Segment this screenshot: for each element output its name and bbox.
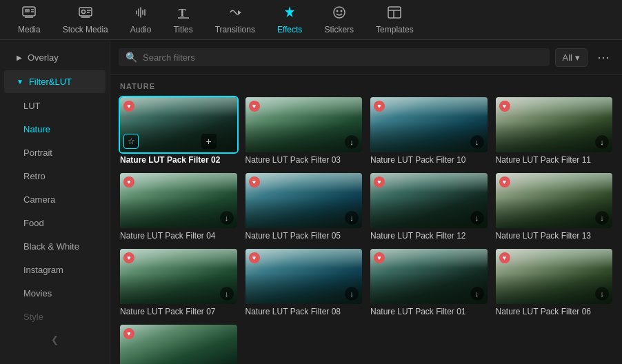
more-options-btn[interactable]: ⋯ <box>593 47 614 68</box>
filter-card-filter-extra[interactable]: ♥ <box>120 325 237 364</box>
add-btn-filter-02[interactable]: + <box>201 134 217 149</box>
filter-card-filter-04[interactable]: ♥↓Nature LUT Pack Filter 04 <box>120 173 237 241</box>
black-white-label: Black & White <box>23 241 79 252</box>
nav-stickers[interactable]: Stickers <box>313 1 365 39</box>
sidebar-item-filter-lut[interactable]: ▼ Filter&LUT <box>4 70 106 93</box>
nav-media[interactable]: Media <box>7 1 52 39</box>
filter-card-filter-07[interactable]: ♥↓Nature LUT Pack Filter 07 <box>120 249 237 316</box>
sidebar-item-portrait[interactable]: Portrait <box>11 141 106 164</box>
sidebar-item-food[interactable]: Food <box>11 212 106 234</box>
portrait-label: Portrait <box>23 148 52 158</box>
filter-thumbnail-filter-05: ♥↓ <box>245 173 363 228</box>
filter-card-filter-05[interactable]: ♥↓Nature LUT Pack Filter 05 <box>245 173 363 241</box>
nav-transitions[interactable]: Transitions <box>204 1 266 39</box>
sidebar-item-camera[interactable]: Camera <box>11 188 106 211</box>
media-icon <box>21 5 37 22</box>
sidebar-item-style[interactable]: Style <box>11 305 106 328</box>
nav-templates[interactable]: Templates <box>365 1 425 39</box>
collapse-icon: ❮ <box>51 334 59 345</box>
filter-card-filter-11[interactable]: ♥↓Nature LUT Pack Filter 11 <box>496 97 613 165</box>
nav-titles[interactable]: T Titles <box>162 1 203 39</box>
filter-thumbnail-filter-03: ♥↓ <box>245 97 363 152</box>
filter-thumbnail-filter-01: ♥↓ <box>370 249 488 304</box>
sidebar-item-overlay[interactable]: ▶ Overlay <box>4 46 106 69</box>
content-area: 🔍 All ▾ ⋯ NATURE ♥☆+Nature LUT Pack Filt… <box>110 40 622 364</box>
download-btn-filter-05[interactable]: ↓ <box>345 211 359 225</box>
svg-point-12 <box>336 10 338 12</box>
search-input[interactable] <box>143 52 543 63</box>
filter-card-filter-10[interactable]: ♥↓Nature LUT Pack Filter 10 <box>370 97 488 165</box>
filter-grid: ♥☆+Nature LUT Pack Filter 02♥↓Nature LUT… <box>120 97 612 364</box>
filter-name-filter-03: Nature LUT Pack Filter 03 <box>245 155 363 165</box>
heart-badge-filter-12: ♥ <box>374 176 385 188</box>
download-btn-filter-13[interactable]: ↓ <box>595 211 609 225</box>
filter-thumbnail-filter-04: ♥↓ <box>120 173 237 228</box>
filter-thumbnail-filter-02: ♥☆+ <box>120 97 237 152</box>
download-btn-filter-03[interactable]: ↓ <box>345 135 359 149</box>
style-label: Style <box>23 312 43 322</box>
filter-card-filter-13[interactable]: ♥↓Nature LUT Pack Filter 13 <box>496 173 613 241</box>
filter-card-filter-06[interactable]: ♥↓Nature LUT Pack Filter 06 <box>496 249 613 316</box>
sidebar-item-lut[interactable]: LUT <box>11 94 106 117</box>
svg-text:T: T <box>179 7 186 19</box>
nav-stickers-label: Stickers <box>324 25 354 34</box>
filter-card-filter-03[interactable]: ♥↓Nature LUT Pack Filter 03 <box>245 97 363 165</box>
filter-card-filter-12[interactable]: ♥↓Nature LUT Pack Filter 12 <box>370 173 488 241</box>
section-label: NATURE <box>120 82 612 90</box>
filter-thumbnail-filter-06: ♥↓ <box>496 249 613 304</box>
download-btn-filter-04[interactable]: ↓ <box>220 211 234 225</box>
main-area: ▶ Overlay ▼ Filter&LUT LUT Nature Portra… <box>0 40 622 364</box>
filter-chevron-icon: ▾ <box>575 52 580 63</box>
download-btn-filter-11[interactable]: ↓ <box>595 135 609 149</box>
nature-label: Nature <box>23 124 50 134</box>
download-btn-filter-10[interactable]: ↓ <box>470 135 484 149</box>
heart-badge-filter-07: ♥ <box>123 252 134 263</box>
download-btn-filter-01[interactable]: ↓ <box>470 287 484 301</box>
filter-name-filter-12: Nature LUT Pack Filter 12 <box>370 231 488 241</box>
heart-badge: ♥ <box>123 328 134 339</box>
filter-card-filter-08[interactable]: ♥↓Nature LUT Pack Filter 08 <box>245 249 363 316</box>
food-label: Food <box>23 218 44 228</box>
sidebar-item-nature[interactable]: Nature <box>11 118 106 141</box>
svg-rect-14 <box>388 7 401 18</box>
search-bar: 🔍 All ▾ ⋯ <box>110 40 622 75</box>
sidebar-item-instagram[interactable]: Instagram <box>11 259 106 281</box>
nav-effects[interactable]: Effects <box>266 1 313 39</box>
movies-label: Movies <box>23 288 52 299</box>
download-btn-filter-06[interactable]: ↓ <box>595 287 609 301</box>
sidebar-filter-lut-label: Filter&LUT <box>29 77 72 87</box>
top-navigation: Media Stock Media Audio T T <box>0 0 622 40</box>
filter-name-filter-11: Nature LUT Pack Filter 11 <box>496 155 613 165</box>
star-btn-filter-02[interactable]: ☆ <box>123 134 139 149</box>
filter-thumbnail-filter-13: ♥↓ <box>496 173 613 228</box>
heart-badge-filter-06: ♥ <box>499 252 510 263</box>
filter-name-filter-05: Nature LUT Pack Filter 05 <box>245 231 363 241</box>
filter-card-filter-02[interactable]: ♥☆+Nature LUT Pack Filter 02 <box>120 97 237 165</box>
search-icon: 🔍 <box>126 52 137 63</box>
download-btn-filter-12[interactable]: ↓ <box>470 211 484 225</box>
sidebar-item-black-white[interactable]: Black & White <box>11 235 106 258</box>
svg-point-11 <box>334 7 345 18</box>
nav-stock-media-label: Stock Media <box>63 25 108 34</box>
filter-thumbnail-filter-10: ♥↓ <box>370 97 488 152</box>
overlay-chevron: ▶ <box>17 54 22 61</box>
heart-badge-filter-10: ♥ <box>374 101 385 112</box>
sidebar-collapse-btn[interactable]: ❮ <box>0 329 110 350</box>
filter-all-btn[interactable]: All ▾ <box>555 48 588 67</box>
more-icon: ⋯ <box>597 50 610 64</box>
sidebar-item-retro[interactable]: Retro <box>11 165 106 188</box>
heart-badge-filter-11: ♥ <box>499 101 510 112</box>
nav-audio-label: Audio <box>130 25 152 34</box>
filter-all-label: All <box>563 52 572 63</box>
sidebar-item-movies[interactable]: Movies <box>11 282 106 305</box>
nav-audio[interactable]: Audio <box>119 1 163 39</box>
download-btn-filter-08[interactable]: ↓ <box>345 287 359 301</box>
transitions-icon <box>228 5 243 22</box>
download-btn-filter-07[interactable]: ↓ <box>220 287 234 301</box>
nav-stock-media[interactable]: Stock Media <box>52 1 119 39</box>
svg-rect-1 <box>25 9 30 12</box>
filter-thumbnail-filter-12: ♥↓ <box>370 173 488 228</box>
filter-name-filter-10: Nature LUT Pack Filter 10 <box>370 155 488 165</box>
filter-card-filter-01[interactable]: ♥↓Nature LUT Pack Filter 01 <box>370 249 488 316</box>
templates-icon <box>387 5 402 22</box>
